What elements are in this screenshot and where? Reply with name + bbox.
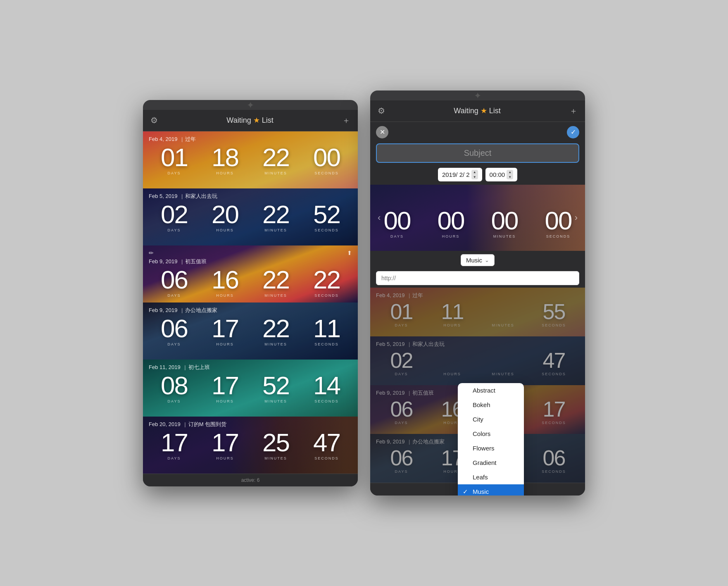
chevron-down-icon: ⌄: [485, 257, 489, 263]
right-title: Waiting ★ List: [454, 106, 500, 115]
number-unit-minutes: 22 MINUTES: [250, 202, 301, 232]
date-stepper[interactable]: ▲ ▼: [471, 170, 478, 179]
number-unit-seconds: 47 SECONDS: [301, 430, 352, 460]
number-unit-minutes: 25 MINUTES: [250, 430, 301, 460]
number-unit: 06 DAYS: [376, 447, 427, 474]
number-unit: 11 HOURS: [427, 301, 478, 327]
bg-item-date-title: Feb 4, 2019 |过年: [376, 292, 423, 299]
settings-icon-left[interactable]: ⚙: [150, 115, 158, 125]
url-row: [370, 269, 585, 288]
item-date-title: Feb 20, 2019 |订的M 包围到货: [149, 421, 226, 428]
number-unit-hours: 16 HOURS: [200, 267, 250, 298]
right-panel: ✦ ⚙ Waiting ★ List ＋ ✕ ✓ 2019/ 2/ 2 ▲ ▼: [370, 91, 585, 495]
preview-numbers: 00 DAYS 00 HOURS 00 MINUTES 00 SECONDS: [370, 208, 585, 238]
time-value: 00:00: [490, 171, 505, 178]
countdown-list-left: Feb 4, 2019 |过年 01 DAYS 18 HOURS 22 MINU…: [143, 131, 358, 474]
number-unit-days: 06 DAYS: [149, 267, 200, 298]
number-unit-days: 17 DAYS: [149, 430, 200, 460]
number-unit-days: 01 DAYS: [149, 145, 200, 175]
number-unit: 06 DAYS: [376, 398, 427, 425]
dropdown-item-leafs[interactable]: Leafs: [458, 470, 524, 484]
number-unit: 01 DAYS: [376, 301, 427, 327]
datetime-row: 2019/ 2/ 2 ▲ ▼ 00:00 ▲ ▼: [370, 166, 585, 185]
list-item[interactable]: Feb 4, 2019 |过年 01 DAYS 18 HOURS 22 MINU…: [143, 131, 358, 188]
dropdown-item-music[interactable]: Music: [458, 484, 524, 495]
active-label: active: 6: [241, 477, 260, 483]
date-step-down[interactable]: ▼: [471, 175, 478, 180]
add-icon-right[interactable]: ＋: [569, 105, 578, 117]
category-row: Music ⌄: [370, 251, 585, 269]
edit-icon[interactable]: ✏: [149, 250, 154, 256]
number-unit: 06 SECONDS: [528, 447, 579, 474]
left-header: ⚙ Waiting ★ List ＋: [143, 110, 358, 131]
bg-list-item: Feb 5, 2019 |和家人出去玩 02 DAYS HOURS MINU: [370, 336, 585, 385]
date-value: 2019/ 2/ 2: [442, 171, 470, 178]
number-unit-hours: 18 HOURS: [200, 145, 250, 175]
form-top-bar: ✕ ✓: [370, 122, 585, 142]
dropdown-item-flowers[interactable]: Flowers: [458, 441, 524, 455]
number-unit-seconds: 00 SECONDS: [301, 145, 352, 175]
list-item[interactable]: Feb 9, 2019 |办公地点搬家 06 DAYS 17 HOURS 22 …: [143, 303, 358, 360]
time-stepper[interactable]: ▲ ▼: [507, 170, 513, 179]
nav-right-button[interactable]: ›: [571, 208, 582, 227]
dropdown-item-city[interactable]: City: [458, 412, 524, 426]
bg-item-date-title: Feb 5, 2019 |和家人出去玩: [376, 341, 445, 348]
date-step-up[interactable]: ▲: [471, 170, 478, 175]
number-unit: 02 DAYS: [376, 350, 427, 376]
number-unit-minutes: 52 MINUTES: [250, 373, 301, 403]
nav-left-button[interactable]: ‹: [374, 208, 385, 227]
number-unit-minutes: 22 MINUTES: [250, 316, 301, 346]
list-item[interactable]: Feb 5, 2019 |和家人出去玩 02 DAYS 20 HOURS 22 …: [143, 188, 358, 245]
item-date-title: Feb 9, 2019 |初五值班: [149, 258, 207, 265]
time-step-down[interactable]: ▼: [507, 175, 513, 180]
time-step-up[interactable]: ▲: [507, 170, 513, 175]
settings-icon-right[interactable]: ⚙: [378, 106, 385, 116]
number-unit-seconds: 11 SECONDS: [301, 316, 352, 346]
number-unit: 55 SECONDS: [528, 301, 579, 327]
star-icon-left: ★: [253, 116, 260, 124]
left-panel: ✦ ⚙ Waiting ★ List ＋ Feb 4, 2019 |过年 01: [143, 100, 358, 486]
item-date-title: Feb 4, 2019 |过年: [149, 136, 196, 143]
item-date-title: Feb 9, 2019 |办公地点搬家: [149, 307, 217, 314]
category-url-area: Music ⌄ Abstract Bokeh City Colors Flowe…: [370, 251, 585, 288]
preview-hours: 00 HOURS: [424, 208, 478, 238]
date-input[interactable]: 2019/ 2/ 2 ▲ ▼: [438, 168, 482, 181]
number-unit-hours: 17 HOURS: [200, 430, 250, 460]
subject-input[interactable]: [376, 143, 579, 163]
number-unit: MINUTES: [478, 322, 528, 327]
dropdown-item-gradient[interactable]: Gradient: [458, 455, 524, 470]
left-footer: active: 6: [143, 474, 358, 486]
add-icon-left[interactable]: ＋: [342, 115, 350, 126]
number-unit-seconds: 14 SECONDS: [301, 373, 352, 403]
right-header: ⚙ Waiting ★ List ＋: [370, 100, 585, 122]
number-unit-hours: 20 HOURS: [200, 202, 250, 232]
list-item[interactable]: Feb 11, 2019 |初七上班 08 DAYS 17 HOURS 52 M…: [143, 360, 358, 417]
pin-icon-right: ✦: [370, 91, 585, 101]
number-unit: MINUTES: [478, 371, 528, 376]
bg-item-date-title: Feb 9, 2019 |办公地点搬家: [376, 438, 445, 445]
dropdown-item-bokeh[interactable]: Bokeh: [458, 398, 524, 412]
list-item[interactable]: Feb 20, 2019 |订的M 包围到货 17 DAYS 17 HOURS …: [143, 417, 358, 474]
form-area: ✕ ✓ 2019/ 2/ 2 ▲ ▼ 00:00 ▲ ▼: [370, 122, 585, 288]
time-input[interactable]: 00:00 ▲ ▼: [485, 168, 517, 181]
number-unit: 17 SECONDS: [528, 398, 579, 425]
number-unit: HOURS: [427, 371, 478, 376]
share-icon[interactable]: ⬆: [347, 250, 352, 256]
pin-icon-left: ✦: [143, 100, 358, 111]
item-date-title: Feb 11, 2019 |初七上班: [149, 364, 210, 371]
confirm-button[interactable]: ✓: [567, 126, 579, 138]
preview-background: ‹ › 00 DAYS 00 HOURS 00 MINUTES 00 SECON…: [370, 185, 585, 251]
number-unit-minutes: 22 MINUTES: [250, 145, 301, 175]
close-button[interactable]: ✕: [376, 126, 388, 138]
bg-item-date-title: Feb 9, 2019 |初五值班: [376, 389, 434, 397]
category-value: Music: [466, 257, 482, 264]
bg-list-item: Feb 4, 2019 |过年 01 DAYS 11 HOURS MINUTES: [370, 288, 585, 336]
category-dropdown: Abstract Bokeh City Colors Flowers Gradi…: [458, 383, 524, 495]
dropdown-item-abstract[interactable]: Abstract: [458, 383, 524, 398]
left-title: Waiting ★ List: [226, 116, 273, 125]
dropdown-item-colors[interactable]: Colors: [458, 426, 524, 441]
category-select-button[interactable]: Music ⌄: [461, 254, 495, 266]
url-input[interactable]: [376, 271, 579, 285]
list-item[interactable]: ✏ ⬆ Feb 9, 2019 |初五值班 06 DAYS 16 HOURS: [143, 245, 358, 303]
number-unit-hours: 17 HOURS: [200, 373, 250, 403]
